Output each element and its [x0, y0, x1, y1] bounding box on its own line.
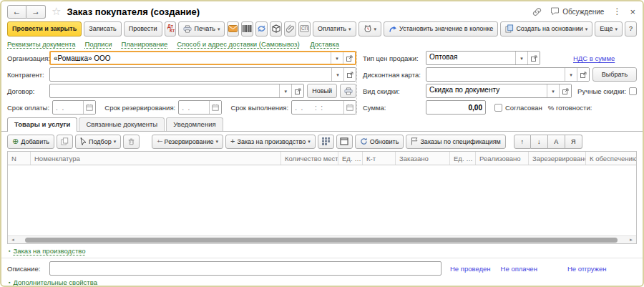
organization-open-button[interactable] [343, 52, 355, 64]
discount-card-field[interactable]: ▾ [426, 67, 590, 82]
price-type-field[interactable]: Оптовая ▾ [426, 51, 540, 65]
reservation-due-field[interactable] [178, 100, 222, 115]
close-icon[interactable]: × [630, 6, 635, 17]
sp-specification-button[interactable]: СП [298, 21, 311, 37]
payment-due-field[interactable] [52, 100, 96, 115]
print-button[interactable]: Печать ▾ [178, 21, 225, 37]
pay-button[interactable]: Оплатить ▾ [313, 21, 356, 37]
column-header-nomenclature[interactable]: Номенклатура [31, 152, 281, 165]
horizontal-scrollbar[interactable]: ◄ ► [8, 235, 636, 243]
pick-items-button[interactable]: Подбор ▾ [75, 135, 121, 149]
post-and-close-button[interactable]: Провести и закрыть [7, 21, 82, 37]
forward-button[interactable]: → [26, 5, 46, 19]
fulfillment-due-calendar-button[interactable] [343, 101, 356, 114]
tab-related-documents[interactable]: Связанные документы [79, 117, 165, 131]
agreed-checkbox[interactable] [494, 104, 502, 112]
price-type-dropdown-button[interactable]: ▾ [515, 52, 527, 64]
move-up-button[interactable]: ↑ [514, 135, 531, 149]
scrollbar-track[interactable] [16, 238, 628, 243]
organization-field[interactable]: ▾ [49, 51, 356, 65]
status-not-posted[interactable]: Не проведен [450, 265, 491, 273]
column-header-unit1[interactable]: Ед. … [338, 152, 363, 165]
discount-kind-value[interactable]: Скидка по документу [426, 84, 547, 97]
amount-input[interactable] [426, 101, 485, 114]
column-header-to-provide[interactable]: К обеспечению [586, 152, 636, 165]
print-contract-button[interactable] [340, 84, 356, 98]
column-header-n[interactable]: N [8, 152, 31, 165]
barcode-button[interactable] [241, 21, 253, 37]
attachments-button[interactable] [284, 21, 296, 37]
reservation-due-calendar-button[interactable] [209, 101, 221, 114]
help-button[interactable]: ? [625, 21, 637, 37]
reminder-button[interactable]: ▾ [358, 21, 382, 37]
back-button[interactable]: ← [7, 5, 26, 19]
counterparty-field[interactable]: ▾ [49, 67, 356, 82]
price-type-value[interactable]: Оптовая [426, 52, 515, 64]
column-header-reserved[interactable]: Зарезервировано [529, 152, 586, 165]
production-order-button[interactable]: + Заказ на производство ▾ [225, 135, 316, 149]
tab-notifications[interactable]: Уведомления [166, 117, 223, 131]
payment-due-input[interactable] [53, 101, 83, 114]
column-header-ordered[interactable]: Заказано [396, 152, 450, 165]
description-input[interactable] [50, 262, 441, 275]
open-in-window-button[interactable] [336, 135, 353, 149]
status-not-shipped[interactable]: Не отгружен [567, 265, 607, 273]
tab-goods-and-services[interactable]: Товары и услуги [7, 117, 77, 132]
new-contract-button[interactable]: Новый [307, 84, 337, 98]
column-header-realized[interactable]: Реализовано [476, 152, 529, 165]
contract-input[interactable] [50, 84, 279, 97]
sort-desc-button[interactable]: Я [565, 135, 582, 149]
post-button[interactable]: Провести [124, 21, 162, 37]
nav-link-delivery[interactable]: Доставка [310, 40, 339, 48]
add-row-button[interactable]: ⊕ Добавить [7, 135, 54, 149]
counterparty-dropdown-button[interactable]: ▾ [331, 68, 343, 81]
counterparty-open-button[interactable] [343, 68, 356, 81]
grid-mode-button[interactable] [318, 135, 334, 149]
discount-card-input[interactable] [426, 68, 565, 81]
more-button[interactable]: Еще ▾ [595, 21, 623, 37]
set-column-value-button[interactable]: Установить значение в колонке [384, 21, 498, 37]
scroll-right-icon[interactable]: ► [628, 238, 635, 242]
nav-link-planning[interactable]: Планирование [121, 40, 167, 48]
organization-input[interactable] [51, 52, 331, 64]
contract-dropdown-button[interactable]: ▾ [279, 84, 291, 97]
copy-row-button[interactable] [57, 135, 73, 149]
counterparty-input[interactable] [50, 68, 331, 81]
organization-dropdown-button[interactable]: ▾ [331, 52, 343, 64]
discount-card-dropdown-button[interactable]: ▾ [565, 68, 577, 81]
nomenclature-box-button[interactable] [270, 21, 282, 37]
discount-kind-field[interactable]: Скидка по документу ▾ [426, 84, 572, 98]
status-not-paid[interactable]: Не оплачен [501, 265, 537, 273]
column-header-places[interactable]: Количество мест [281, 152, 338, 165]
scroll-left-icon[interactable]: ◄ [9, 238, 16, 242]
choose-discount-card-button[interactable]: Выбрать [592, 67, 637, 82]
contract-open-button[interactable] [291, 84, 303, 97]
reservation-button[interactable]: +− Резервирование ▾ [152, 135, 223, 149]
nav-link-signatures[interactable]: Подписи [85, 40, 112, 48]
discussion-button[interactable]: Обсуждение [550, 7, 604, 16]
refresh-button[interactable]: Обновить [355, 135, 404, 149]
column-header-unit2[interactable]: Ед. … [450, 152, 476, 165]
menu-dots-icon[interactable]: ⋮ [613, 6, 621, 16]
table-body-empty[interactable] [8, 165, 636, 235]
additional-properties-link[interactable]: Дополнительные свойства [13, 278, 97, 286]
description-field[interactable] [49, 261, 441, 276]
nav-link-requisites[interactable]: Реквизиты документа [7, 40, 76, 48]
fulfillment-due-field[interactable] [291, 100, 356, 115]
dt-kt-postings-button[interactable]: ДтКт [165, 21, 177, 37]
production-order-link[interactable]: Заказ на производство [13, 247, 85, 255]
send-email-button[interactable] [227, 21, 239, 37]
manual-discounts-checkbox[interactable] [629, 87, 637, 95]
create-based-on-button[interactable]: Создать на основании ▾ [500, 21, 592, 37]
discount-card-open-button[interactable] [577, 68, 589, 81]
favorite-star-icon[interactable]: ☆ [52, 5, 61, 18]
column-header-coefficient[interactable]: К-т [363, 152, 396, 165]
vat-in-sum-link[interactable]: НДС в сумме [573, 54, 615, 62]
fulfillment-due-input[interactable] [292, 101, 343, 114]
reservation-due-input[interactable] [179, 101, 209, 114]
discount-kind-dropdown-button[interactable]: ▾ [547, 84, 559, 97]
contract-field[interactable]: ▾ [49, 84, 304, 98]
delete-row-button[interactable] [123, 135, 140, 149]
nav-link-delivery-method[interactable]: Способ и адрес доставки (Самовывоз) [177, 40, 299, 48]
amount-field[interactable] [426, 100, 486, 115]
